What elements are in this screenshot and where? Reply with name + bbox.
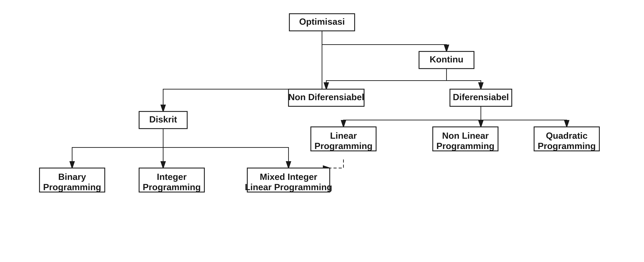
arrow-kontinu-nondif — [326, 69, 446, 89]
node-linear-programming-label1: Linear — [330, 131, 357, 140]
node-mixed-integer-label1: Mixed Integer — [260, 172, 317, 182]
node-binary-programming-label1: Binary — [58, 172, 86, 182]
node-linear-programming-label2: Programming — [314, 141, 372, 151]
node-binary-programming-label2: Programming — [43, 182, 101, 192]
arrow-dif-linear — [344, 106, 481, 127]
arrow-dif-quadratic — [481, 106, 567, 127]
node-optimisasi-label: Optimisasi — [299, 17, 345, 27]
node-diferensiabel-label: Diferensiabel — [453, 92, 509, 102]
node-integer-programming-label2: Programming — [143, 182, 201, 192]
node-kontinu-label: Kontinu — [430, 54, 463, 64]
node-non-linear-programming-label1: Non Linear — [442, 131, 489, 140]
node-mixed-integer-label2: Linear Programming — [245, 182, 332, 192]
node-diskrit-label: Diskrit — [149, 114, 177, 124]
arrow-optimisasi-kontinu — [322, 31, 446, 51]
node-non-linear-programming-label2: Programming — [436, 141, 494, 151]
arrow-linear-mixed-dashed — [330, 159, 344, 168]
node-non-diferensiabel-label: Non Diferensiabel — [288, 92, 364, 102]
arrow-diskrit-binary — [72, 129, 163, 168]
node-quadratic-programming-label2: Programming — [538, 141, 596, 151]
arrow-diskrit-mixed — [163, 129, 288, 168]
arrow-kontinu-dif — [446, 69, 481, 89]
node-integer-programming-label1: Integer — [157, 172, 186, 182]
node-quadratic-programming-label1: Quadratic — [546, 131, 588, 140]
